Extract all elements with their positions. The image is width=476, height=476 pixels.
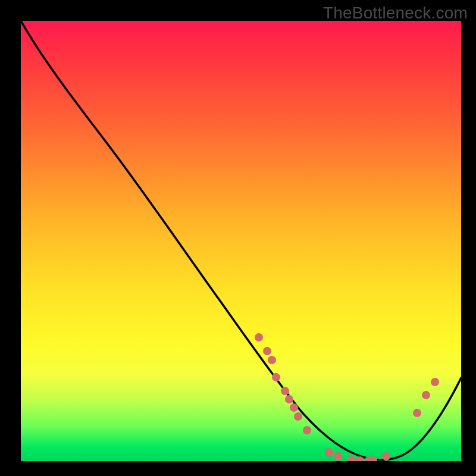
svg-point-4 — [281, 387, 289, 395]
curve-path — [21, 21, 461, 460]
svg-point-11 — [347, 456, 355, 461]
svg-point-5 — [285, 395, 293, 403]
chart-area — [21, 21, 461, 461]
svg-point-3 — [272, 373, 280, 381]
svg-point-9 — [325, 448, 333, 456]
svg-point-15 — [382, 452, 390, 461]
svg-point-18 — [431, 378, 439, 386]
svg-point-16 — [413, 409, 421, 417]
svg-point-13 — [365, 456, 373, 461]
highlight-dots — [255, 333, 439, 461]
svg-point-7 — [294, 412, 302, 421]
svg-point-0 — [255, 333, 263, 342]
svg-point-6 — [290, 403, 298, 412]
svg-point-10 — [334, 452, 342, 461]
svg-point-2 — [268, 356, 276, 364]
svg-point-17 — [422, 391, 430, 399]
watermark-label: TheBottleneck.com — [323, 4, 468, 23]
bottleneck-curve — [21, 21, 461, 461]
svg-point-14 — [369, 456, 377, 461]
svg-point-1 — [263, 347, 271, 355]
svg-point-8 — [303, 426, 311, 434]
svg-point-12 — [356, 456, 364, 461]
